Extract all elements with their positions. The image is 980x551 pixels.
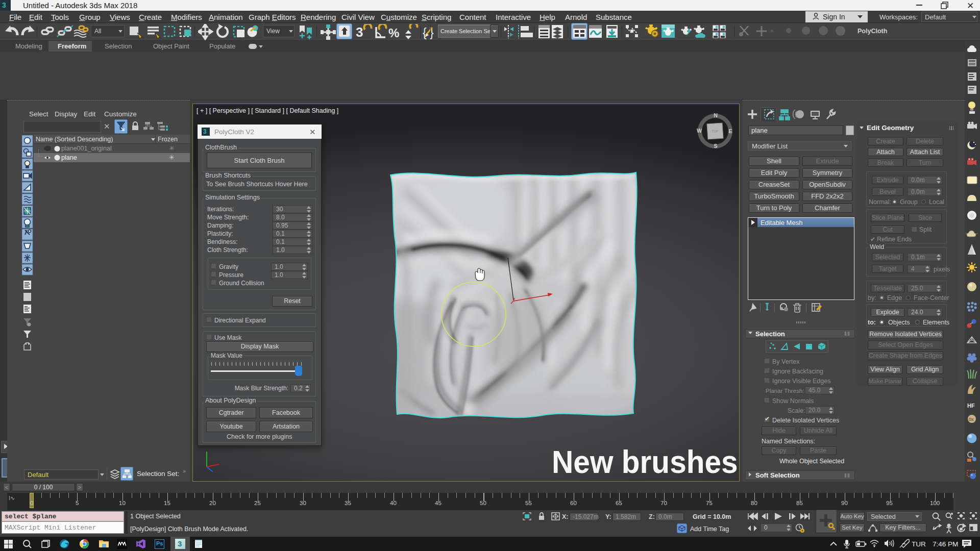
svg-text:3: 3 (356, 24, 363, 40)
svg-text:HF: HF (967, 403, 975, 409)
svg-text:%: % (388, 26, 399, 40)
svg-text:0x: 0x (969, 417, 974, 422)
